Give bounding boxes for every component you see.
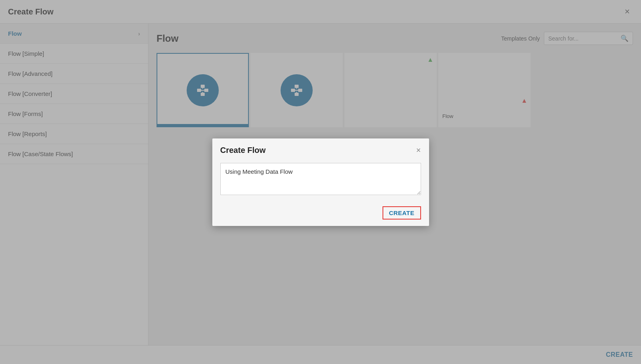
modal-close-button[interactable]: × (416, 146, 421, 154)
modal-footer: CREATE (212, 203, 429, 226)
modal-header: Create Flow × (212, 138, 429, 161)
create-flow-modal: Create Flow × Using Meeting Data Flow CR… (212, 138, 429, 226)
flow-name-input[interactable]: Using Meeting Data Flow (220, 163, 421, 195)
modal-create-button[interactable]: CREATE (383, 206, 421, 220)
modal-overlay: Create Flow × Using Meeting Data Flow CR… (0, 0, 641, 364)
modal-body: Using Meeting Data Flow (212, 161, 429, 203)
modal-title: Create Flow (220, 146, 266, 155)
